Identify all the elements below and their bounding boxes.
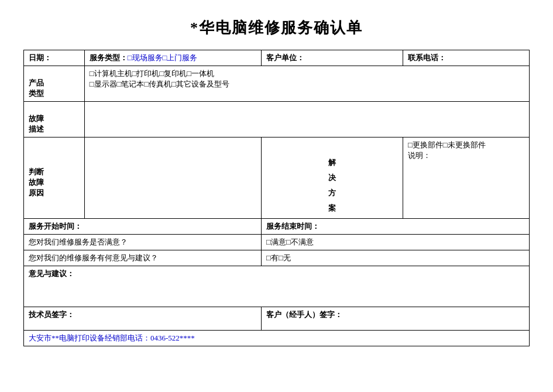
- row-fault-desc: 故障 描述: [24, 102, 530, 137]
- end-time-label: 服务结束时间：: [266, 222, 320, 231]
- service-type-cell: 服务类型：□现场服务□上门服务: [84, 50, 261, 66]
- row-suggestion-q: 您对我们的维修服务有何意见与建议？ □有□无: [24, 250, 530, 266]
- service-type-label: 服务类型：: [90, 53, 128, 62]
- suggestion-options: □有□无: [266, 253, 291, 262]
- footer-text: 大安市**电脑打印设备经销部电话：0436-522****: [29, 333, 195, 342]
- customer-unit-label: 客户单位：: [266, 53, 304, 62]
- row-diagnose: 判断 故障 原因 解 决 方 案 □更换部件□未更换部件 说明：: [24, 137, 530, 219]
- satisfaction-options-cell: □满意□不满意: [262, 235, 530, 250]
- customer-sign-cell: 客户（经手人）签字：: [262, 307, 530, 331]
- row-satisfaction: 您对我们维修服务是否满意？ □满意□不满意: [24, 235, 530, 250]
- customer-sign-label: 客户（经手人）签字：: [266, 310, 342, 319]
- explain-label: 说明：: [408, 150, 524, 161]
- diagnose-label: 判断 故障 原因: [29, 167, 44, 197]
- contact-phone-label: 联系电话：: [408, 53, 446, 62]
- row-service-time: 服务开始时间： 服务结束时间：: [24, 219, 530, 235]
- product-type-label-cell: 产品 类型: [24, 66, 85, 102]
- footer-cell: 大安市**电脑打印设备经销部电话：0436-522****: [24, 331, 530, 346]
- diagnose-label-cell: 判断 故障 原因: [24, 137, 85, 219]
- fault-desc-label-cell: 故障 描述: [24, 102, 85, 137]
- form-table: 日期： 服务类型：□现场服务□上门服务 客户单位： 联系电话： 产品 类型 □计…: [23, 50, 530, 346]
- opinion-label: 意见与建议：: [29, 269, 74, 278]
- page-title: *华电脑维修服务确认单: [23, 18, 530, 38]
- row-footer: 大安市**电脑打印设备经销部电话：0436-522****: [24, 331, 530, 346]
- diagnose-content: [84, 137, 261, 219]
- replace-options: □更换部件□未更换部件: [408, 140, 524, 150]
- product-type-label: 产品 类型: [29, 78, 44, 98]
- suggestion-q-cell: 您对我们的维修服务有何意见与建议？: [24, 250, 262, 266]
- satisfaction-q-cell: 您对我们维修服务是否满意？: [24, 235, 262, 250]
- suggestion-options-cell: □有□无: [262, 250, 530, 266]
- tech-sign-cell: 技术员签字：: [24, 307, 262, 331]
- customer-unit-cell: 客户单位：: [262, 50, 403, 66]
- product-options-cell: □计算机主机□打印机□复印机□一体机 □显示器□笔记本□传真机□其它设备及型号: [84, 66, 529, 102]
- fault-desc-content: [84, 102, 529, 137]
- satisfaction-options: □满意□不满意: [266, 238, 314, 246]
- row-signatures: 技术员签字： 客户（经手人）签字：: [24, 307, 530, 331]
- tech-sign-label: 技术员签字：: [29, 310, 74, 319]
- product-options-line2: □显示器□笔记本□传真机□其它设备及型号: [90, 79, 524, 90]
- product-options-line1: □计算机主机□打印机□复印机□一体机: [90, 68, 524, 79]
- solution-label-cell: 解 决 方 案: [262, 137, 403, 219]
- satisfaction-question: 您对我们维修服务是否满意？: [29, 238, 128, 246]
- solution-content-cell: □更换部件□未更换部件 说明：: [403, 137, 529, 219]
- contact-phone-cell: 联系电话：: [403, 50, 529, 66]
- solution-label: 解 决 方 案: [328, 158, 336, 212]
- row-opinion: 意见与建议：: [24, 266, 530, 307]
- row-date-service: 日期： 服务类型：□现场服务□上门服务 客户单位： 联系电话：: [24, 50, 530, 66]
- date-cell: 日期：: [24, 50, 85, 66]
- start-time-cell: 服务开始时间：: [24, 219, 262, 235]
- suggestion-question: 您对我们的维修服务有何意见与建议？: [29, 253, 158, 262]
- end-time-cell: 服务结束时间：: [262, 219, 530, 235]
- service-options: □现场服务□上门服务: [128, 53, 198, 62]
- row-product-type: 产品 类型 □计算机主机□打印机□复印机□一体机 □显示器□笔记本□传真机□其它…: [24, 66, 530, 102]
- start-time-label: 服务开始时间：: [29, 222, 82, 231]
- opinion-cell: 意见与建议：: [24, 266, 530, 307]
- date-label: 日期：: [29, 53, 51, 62]
- fault-desc-label: 故障 描述: [29, 114, 44, 133]
